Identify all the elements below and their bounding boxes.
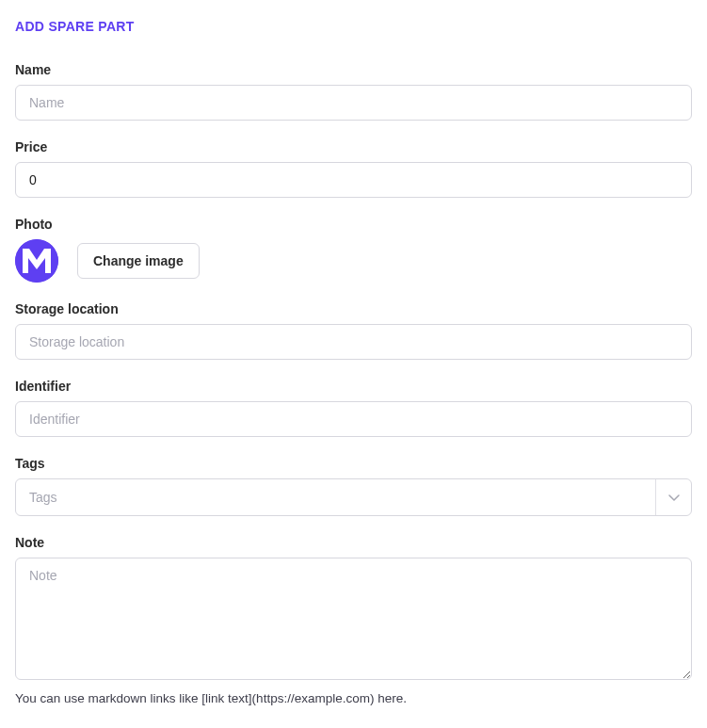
price-label: Price [15, 139, 692, 154]
name-label: Name [15, 62, 692, 77]
identifier-label: Identifier [15, 379, 692, 394]
storage-location-label: Storage location [15, 301, 692, 316]
avatar [15, 239, 58, 283]
note-label: Note [15, 535, 692, 550]
photo-label: Photo [15, 217, 692, 232]
field-note: Note You can use markdown links like [li… [15, 535, 692, 705]
name-input[interactable] [15, 85, 692, 121]
field-price: Price [15, 139, 692, 198]
field-name: Name [15, 62, 692, 121]
change-image-button[interactable]: Change image [77, 243, 200, 279]
field-identifier: Identifier [15, 379, 692, 437]
tags-select[interactable]: Tags [15, 478, 692, 516]
price-input[interactable] [15, 162, 692, 198]
field-photo: Photo Change image [15, 217, 692, 283]
note-textarea[interactable] [15, 558, 692, 680]
note-helper-text: You can use markdown links like [link te… [15, 691, 692, 705]
identifier-input[interactable] [15, 401, 692, 437]
avatar-logo-icon [15, 239, 58, 283]
chevron-down-icon [667, 490, 682, 505]
page-title: ADD SPARE PART [15, 19, 692, 34]
field-tags: Tags Tags [15, 456, 692, 516]
tags-label: Tags [15, 456, 692, 471]
tags-dropdown-button[interactable] [655, 479, 691, 515]
tags-placeholder: Tags [16, 480, 655, 514]
field-storage-location: Storage location [15, 301, 692, 360]
storage-location-input[interactable] [15, 324, 692, 360]
